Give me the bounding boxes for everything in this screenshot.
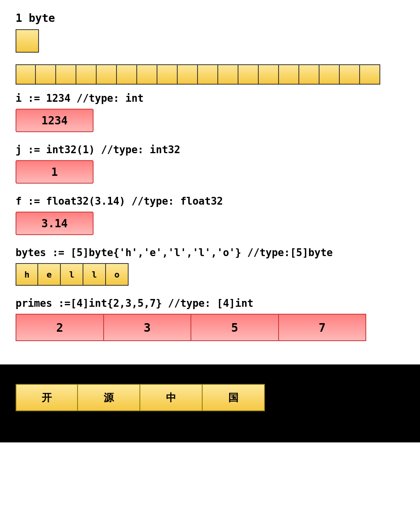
float32-value-box: 3.14 xyxy=(16,212,94,235)
memory-cell xyxy=(238,64,259,85)
int32-code-line: j := int32(1) //type: int32 xyxy=(16,144,404,156)
byte-cell-h: h xyxy=(16,263,38,286)
memory-cell xyxy=(218,64,238,85)
int32-section: j := int32(1) //type: int32 1 xyxy=(16,144,404,184)
int-code-line: i := 1234 //type: int xyxy=(16,92,404,104)
chinese-cell-guo: 国 xyxy=(203,384,265,411)
prime-cell-5: 5 xyxy=(191,314,279,341)
chinese-cell-zhong: 中 xyxy=(140,384,203,411)
memory-cell xyxy=(117,64,137,85)
memory-cell xyxy=(198,64,218,85)
byte-cell-l2: l xyxy=(83,263,106,286)
prime-cell-2: 2 xyxy=(16,314,104,341)
memory-cell xyxy=(178,64,198,85)
int-value-box: 1234 xyxy=(16,109,94,132)
memory-cell xyxy=(259,64,279,85)
int-section: i := 1234 //type: int 1234 xyxy=(16,92,404,132)
prime-cell-3: 3 xyxy=(104,314,192,341)
memory-cell xyxy=(360,64,380,85)
float32-section: f := float32(3.14) //type: float32 3.14 xyxy=(16,195,404,235)
bytes-row: h e l l o xyxy=(16,263,404,286)
memory-cell xyxy=(319,64,340,85)
memory-cell xyxy=(16,64,36,85)
bottom-section: 开 源 中 国 xyxy=(0,364,420,442)
int32-value-box: 1 xyxy=(16,160,94,184)
byte-cell-e: e xyxy=(38,263,61,286)
memory-cell xyxy=(97,64,117,85)
bytes-section: bytes := [5]byte{'h','e','l','l','o'} //… xyxy=(16,247,404,286)
byte-section: 1 byte xyxy=(16,12,404,53)
memory-row xyxy=(16,64,404,85)
memory-cell xyxy=(340,64,360,85)
memory-cell xyxy=(279,64,299,85)
primes-row: 2 3 5 7 xyxy=(16,314,366,341)
byte-label: 1 byte xyxy=(16,12,404,25)
memory-cell xyxy=(36,64,56,85)
main-content: 1 byte i := 1234 //type: int 1234 j := i… xyxy=(0,0,420,364)
chinese-cell-yuan: 源 xyxy=(78,384,140,411)
memory-cell xyxy=(76,64,97,85)
bytes-code-line: bytes := [5]byte{'h','e','l','l','o'} //… xyxy=(16,247,404,258)
chinese-row: 开 源 中 国 xyxy=(16,384,404,411)
memory-cell xyxy=(157,64,178,85)
prime-cell-7: 7 xyxy=(279,314,367,341)
float32-code-line: f := float32(3.14) //type: float32 xyxy=(16,195,404,207)
chinese-cell-kai: 开 xyxy=(16,384,78,411)
single-byte-box xyxy=(16,29,39,53)
byte-cell-l1: l xyxy=(61,263,83,286)
memory-cell xyxy=(299,64,319,85)
memory-cell xyxy=(137,64,157,85)
byte-cell-o: o xyxy=(106,263,129,286)
primes-code-line: primes :=[4]int{2,3,5,7} //type: [4]int xyxy=(16,297,404,309)
primes-section: primes :=[4]int{2,3,5,7} //type: [4]int … xyxy=(16,297,404,341)
memory-cell xyxy=(56,64,76,85)
